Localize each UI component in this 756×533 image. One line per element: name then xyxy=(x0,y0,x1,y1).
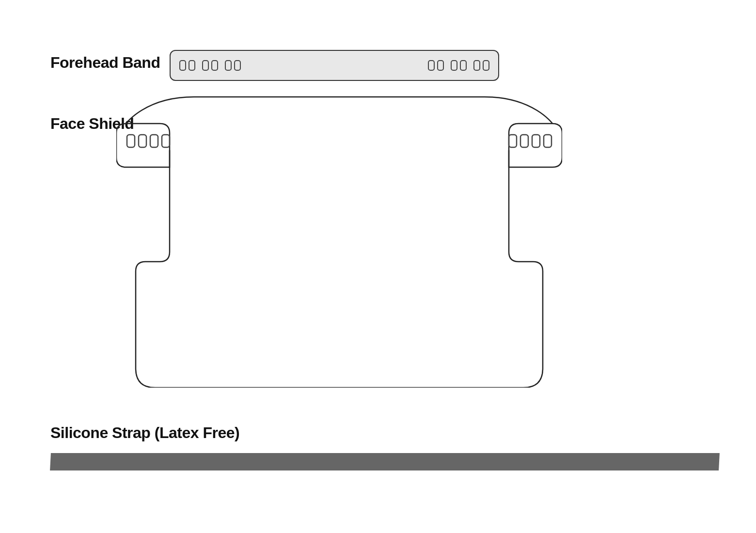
hole-pair-5 xyxy=(451,60,467,71)
svg-rect-2 xyxy=(150,135,158,147)
hole xyxy=(189,60,195,71)
svg-rect-3 xyxy=(162,135,170,147)
svg-rect-6 xyxy=(532,135,540,147)
face-shield xyxy=(116,87,562,388)
hole xyxy=(211,60,218,71)
hole xyxy=(473,60,480,71)
hole-pair-4 xyxy=(428,60,444,71)
hole-pair-3 xyxy=(225,60,241,71)
face-shield-svg xyxy=(116,87,562,388)
svg-rect-1 xyxy=(139,135,146,147)
svg-rect-5 xyxy=(520,135,528,147)
hole xyxy=(437,60,444,71)
svg-rect-0 xyxy=(127,135,135,147)
hole-pair-2 xyxy=(202,60,218,71)
forehead-band-label: Forehead Band xyxy=(50,54,160,72)
silicone-strap xyxy=(50,453,720,470)
hole xyxy=(451,60,457,71)
hole-pair-1 xyxy=(179,60,195,71)
hole xyxy=(428,60,435,71)
hole xyxy=(202,60,209,71)
svg-rect-7 xyxy=(544,135,551,147)
hole xyxy=(234,60,241,71)
silicone-strap-label: Silicone Strap (Latex Free) xyxy=(50,424,239,442)
hole xyxy=(179,60,186,71)
hole-pair-6 xyxy=(473,60,489,71)
hole xyxy=(483,60,489,71)
svg-rect-4 xyxy=(509,135,517,147)
forehead-band xyxy=(170,50,499,81)
hole xyxy=(225,60,232,71)
forehead-band-left-holes xyxy=(179,60,241,71)
forehead-band-right-holes xyxy=(428,60,489,71)
hole xyxy=(460,60,467,71)
